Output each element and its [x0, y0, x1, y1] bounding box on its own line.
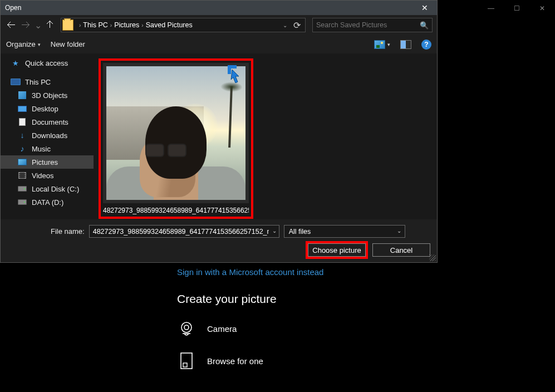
- nav-row: 🡠 🡢 ⌄ 🡡 › This PC › Pictures › Saved Pic…: [1, 15, 437, 35]
- thumbnail-frame: [103, 63, 249, 203]
- new-folder-button[interactable]: New folder: [51, 40, 85, 48]
- nav-back-button[interactable]: 🡠: [5, 18, 17, 32]
- svg-rect-3: [183, 363, 187, 367]
- view-button[interactable]: ▾: [374, 40, 390, 49]
- nav-tree: ★ Quick access This PC 3D Objects Deskto…: [1, 54, 94, 219]
- tree-label: Desktop: [32, 105, 58, 113]
- tree-label: This PC: [25, 78, 51, 86]
- tree-label: Pictures: [32, 158, 58, 166]
- videos-icon: [18, 172, 26, 179]
- tree-this-pc[interactable]: This PC: [1, 75, 94, 89]
- tree-desktop[interactable]: Desktop: [1, 102, 94, 115]
- dialog-body: ★ Quick access This PC 3D Objects Deskto…: [1, 54, 437, 219]
- resize-grip[interactable]: [429, 254, 436, 261]
- file-name-input[interactable]: [93, 228, 269, 236]
- search-box[interactable]: 🔍: [312, 18, 433, 32]
- tree-label: Music: [32, 145, 51, 153]
- chevron-down-icon[interactable]: ⌄: [272, 228, 277, 234]
- chevron-down-icon: ▾: [387, 42, 390, 47]
- parent-minimize-button[interactable]: —: [478, 0, 504, 17]
- settings-panel: Sign in with a Microsoft account instead…: [177, 262, 489, 385]
- dialog-title: Open: [5, 4, 21, 12]
- breadcrumb-item-pictures[interactable]: Pictures: [114, 21, 139, 29]
- download-icon: ↓: [17, 131, 27, 139]
- tree-downloads[interactable]: ↓ Downloads: [1, 129, 94, 142]
- nav-recent-dropdown[interactable]: ⌄: [34, 18, 42, 32]
- file-type-value: All files: [289, 228, 311, 236]
- tree-local-disk[interactable]: Local Disk (C:): [1, 182, 94, 195]
- file-item-selected[interactable]: 48272973_988599324658989_641777415356625…: [99, 58, 253, 219]
- snip-cursor-icon: [228, 65, 247, 83]
- settings-heading: Create your picture: [177, 292, 489, 306]
- pc-icon: [11, 79, 21, 85]
- breadcrumb-item-thispc[interactable]: This PC: [83, 21, 107, 29]
- dialog-close-button[interactable]: ✕: [412, 1, 437, 15]
- nav-up-button[interactable]: 🡡: [44, 18, 56, 32]
- breadcrumb-item-saved[interactable]: Saved Pictures: [146, 21, 193, 29]
- browse-label: Browse for one: [207, 356, 263, 366]
- breadcrumb[interactable]: › This PC › Pictures › Saved Pictures ⌄ …: [61, 18, 306, 32]
- browse-icon: [177, 351, 196, 370]
- refresh-button[interactable]: ⟳: [291, 19, 303, 31]
- svg-marker-5: [231, 70, 239, 83]
- dialog-titlebar: Open ✕: [1, 1, 437, 15]
- tree-documents[interactable]: Documents: [1, 115, 94, 129]
- file-name-label: 48272973_988599324658989_641777415356625…: [103, 207, 249, 214]
- pictures-icon: [18, 159, 27, 165]
- tree-3d-objects[interactable]: 3D Objects: [1, 89, 94, 102]
- 3d-icon: [18, 91, 26, 99]
- tree-label: DATA (D:): [32, 198, 63, 207]
- tree-label: Downloads: [32, 131, 67, 140]
- image-thumbnail: [106, 66, 245, 200]
- document-icon: [19, 118, 26, 126]
- file-name-combo[interactable]: ⌄: [89, 225, 279, 238]
- svg-point-0: [181, 322, 191, 332]
- parent-maximize-button[interactable]: ☐: [504, 0, 529, 17]
- chevron-down-icon[interactable]: ⌄: [397, 228, 401, 234]
- help-icon: ?: [421, 40, 431, 50]
- tree-pictures[interactable]: Pictures: [1, 155, 94, 169]
- drive-icon: [18, 199, 27, 205]
- tree-label: 3D Objects: [32, 91, 67, 100]
- dialog-bottom: File name: ⌄ All files ⌄ Choose picture …: [1, 219, 437, 262]
- signin-link[interactable]: Sign in with a Microsoft account instead: [177, 267, 489, 277]
- organize-button[interactable]: Organize ▾: [6, 40, 41, 48]
- toolbar: Organize ▾ New folder ▾ ?: [1, 35, 437, 54]
- svg-rect-2: [181, 353, 192, 369]
- camera-label: Camera: [207, 324, 237, 334]
- music-icon: ♪: [17, 145, 27, 153]
- tree-quick-access[interactable]: ★ Quick access: [1, 56, 94, 70]
- breadcrumb-sep: ›: [110, 22, 112, 28]
- tree-label: Quick access: [25, 59, 68, 67]
- panel-icon: [400, 40, 411, 49]
- tree-label: Documents: [32, 118, 68, 126]
- breadcrumb-sep: ›: [79, 22, 81, 28]
- drive-icon: [18, 186, 27, 192]
- parent-close-button[interactable]: ✕: [529, 0, 555, 17]
- search-icon: 🔍: [420, 21, 429, 30]
- camera-option[interactable]: Camera: [177, 320, 489, 337]
- tree-label: Local Disk (C:): [32, 185, 79, 193]
- help-button[interactable]: ?: [421, 40, 431, 50]
- picture-icon: [374, 40, 385, 49]
- folder-icon: [62, 19, 73, 31]
- browse-option[interactable]: Browse for one: [177, 351, 489, 370]
- file-name-label: File name:: [51, 227, 85, 236]
- svg-point-1: [184, 325, 189, 330]
- camera-icon: [177, 320, 196, 337]
- breadcrumb-history-dropdown[interactable]: ⌄: [283, 22, 287, 28]
- search-input[interactable]: [316, 21, 420, 29]
- tree-videos[interactable]: Videos: [1, 169, 94, 182]
- preview-pane-button[interactable]: [400, 40, 411, 49]
- choose-picture-button[interactable]: Choose picture: [308, 243, 366, 257]
- tree-music[interactable]: ♪ Music: [1, 142, 94, 155]
- tree-data-d[interactable]: DATA (D:): [1, 195, 94, 209]
- cancel-button[interactable]: Cancel: [372, 243, 430, 257]
- organize-label: Organize: [6, 40, 36, 48]
- file-list[interactable]: 48272973_988599324658989_641777415356625…: [94, 54, 437, 219]
- nav-forward-button[interactable]: 🡢: [19, 18, 32, 32]
- open-file-dialog: Open ✕ 🡠 🡢 ⌄ 🡡 › This PC › Pictures › Sa…: [0, 0, 438, 263]
- desktop-icon: [18, 106, 27, 112]
- file-type-combo[interactable]: All files ⌄: [284, 225, 405, 238]
- breadcrumb-sep: ›: [141, 22, 143, 28]
